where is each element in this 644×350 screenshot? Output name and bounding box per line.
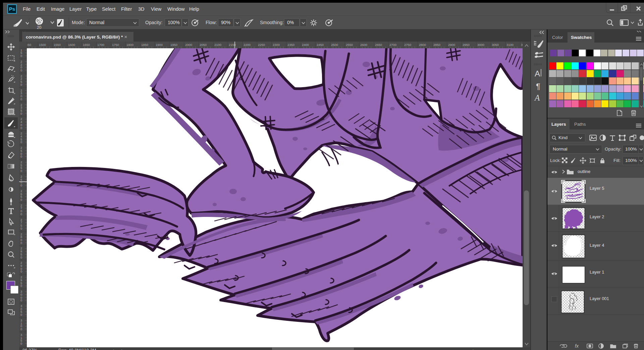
svg-text:0: 0 bbox=[20, 299, 22, 302]
svg-text:1450: 1450 bbox=[27, 43, 31, 47]
svg-text:3100: 3100 bbox=[506, 43, 514, 47]
svg-text:1550: 1550 bbox=[54, 43, 61, 47]
svg-text:A: A bbox=[534, 93, 540, 102]
svg-text:2050: 2050 bbox=[200, 43, 207, 47]
svg-text:2350: 2350 bbox=[287, 43, 294, 47]
svg-text:fx: fx bbox=[575, 343, 579, 349]
svg-text:2500: 2500 bbox=[331, 43, 338, 47]
svg-text:1900: 1900 bbox=[156, 43, 163, 47]
svg-text:0: 0 bbox=[20, 213, 22, 216]
svg-text:1800: 1800 bbox=[126, 43, 133, 47]
svg-text:0: 0 bbox=[20, 83, 22, 86]
svg-text:0: 0 bbox=[20, 69, 22, 72]
svg-text:0: 0 bbox=[20, 112, 22, 115]
svg-text:A: A bbox=[535, 69, 540, 78]
svg-text:3000: 3000 bbox=[477, 43, 484, 47]
svg-text:0: 0 bbox=[20, 140, 22, 144]
svg-text:2700: 2700 bbox=[389, 43, 396, 47]
svg-text:20: 20 bbox=[37, 25, 42, 30]
svg-text:2450: 2450 bbox=[317, 43, 324, 47]
svg-text:2100: 2100 bbox=[214, 43, 221, 47]
svg-text:2600: 2600 bbox=[360, 43, 367, 47]
svg-text:2650: 2650 bbox=[375, 43, 382, 47]
svg-text:2850: 2850 bbox=[433, 43, 440, 47]
svg-text:0: 0 bbox=[20, 241, 22, 245]
svg-text:0: 0 bbox=[20, 270, 22, 273]
svg-text:1700: 1700 bbox=[97, 43, 104, 47]
svg-text:2950: 2950 bbox=[463, 43, 470, 47]
svg-text:0: 0 bbox=[20, 256, 22, 259]
svg-text:2800: 2800 bbox=[419, 43, 426, 47]
svg-text:1850: 1850 bbox=[141, 43, 148, 47]
svg-text:0: 0 bbox=[20, 54, 22, 58]
svg-text:2750: 2750 bbox=[404, 43, 411, 47]
svg-text:0: 0 bbox=[20, 126, 22, 130]
svg-text:0: 0 bbox=[20, 184, 22, 187]
svg-text:2550: 2550 bbox=[346, 43, 353, 47]
svg-text:0: 0 bbox=[20, 169, 22, 173]
svg-text:0: 0 bbox=[20, 328, 22, 331]
svg-text:3050: 3050 bbox=[492, 43, 499, 47]
svg-text:0: 0 bbox=[20, 227, 22, 230]
svg-text:0: 0 bbox=[20, 98, 22, 101]
svg-text:1650: 1650 bbox=[83, 43, 90, 47]
svg-text:1600: 1600 bbox=[68, 43, 75, 47]
svg-text:2250: 2250 bbox=[258, 43, 265, 47]
svg-text:0: 0 bbox=[20, 155, 22, 158]
svg-text:0: 0 bbox=[20, 342, 22, 345]
svg-text:1750: 1750 bbox=[112, 43, 119, 47]
svg-text:0: 0 bbox=[20, 198, 22, 201]
svg-text:2900: 2900 bbox=[448, 43, 455, 47]
svg-text:1500: 1500 bbox=[39, 43, 46, 47]
svg-text:0: 0 bbox=[20, 284, 22, 288]
svg-text:2400: 2400 bbox=[302, 43, 309, 47]
svg-text:2200: 2200 bbox=[244, 43, 251, 47]
svg-text:2000: 2000 bbox=[185, 43, 192, 47]
svg-text:2300: 2300 bbox=[273, 43, 280, 47]
svg-text:1950: 1950 bbox=[170, 43, 177, 47]
svg-text:0: 0 bbox=[20, 313, 22, 316]
svg-text:¶: ¶ bbox=[536, 82, 540, 91]
